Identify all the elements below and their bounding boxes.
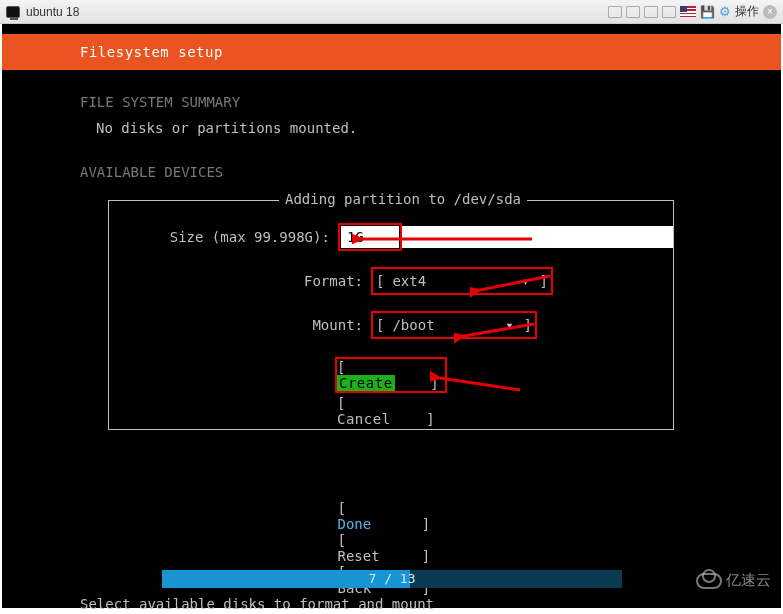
- vm-action-label[interactable]: 操作: [735, 3, 759, 20]
- chevron-down-icon: ▾: [505, 317, 521, 333]
- installer-header: Filesystem setup: [2, 34, 781, 70]
- window-control-icon-4[interactable]: [662, 6, 676, 18]
- mount-dropdown[interactable]: [ /boot ▾ ]: [374, 314, 534, 336]
- disk-icon[interactable]: 💾: [700, 5, 715, 19]
- flag-icon[interactable]: [680, 6, 696, 17]
- installer-screen: Filesystem setup FILE SYSTEM SUMMARY No …: [2, 24, 781, 608]
- close-icon[interactable]: ×: [763, 5, 777, 19]
- chevron-down-icon: ▾: [521, 273, 537, 289]
- progress-bar: 7 / 13: [162, 570, 622, 588]
- mount-value: /boot: [386, 317, 505, 333]
- installer-title: Filesystem setup: [80, 44, 223, 60]
- vm-title: ubuntu 18: [26, 5, 79, 19]
- format-label: Format:: [109, 273, 371, 289]
- format-value: ext4: [386, 273, 521, 289]
- window-control-icon-1[interactable]: [608, 6, 622, 18]
- mount-label: Mount:: [109, 317, 371, 333]
- watermark: 亿速云: [696, 571, 771, 590]
- size-input-extension[interactable]: [402, 226, 673, 248]
- dialog-title: Adding partition to /dev/sda: [279, 191, 527, 207]
- format-dropdown[interactable]: [ ext4 ▾ ]: [374, 270, 550, 292]
- window-control-icon-2[interactable]: [626, 6, 640, 18]
- reset-button[interactable]: [ Reset_____]: [338, 532, 446, 564]
- devices-heading: AVAILABLE DEVICES: [80, 164, 781, 180]
- monitor-icon: [6, 6, 20, 18]
- add-partition-dialog: Adding partition to /dev/sda Size (max 9…: [108, 200, 674, 430]
- summary-heading: FILE SYSTEM SUMMARY: [80, 94, 781, 110]
- hint-text: Select available disks to format and mou…: [80, 596, 434, 612]
- progress-text: 7 / 13: [162, 570, 622, 588]
- vm-titlebar: ubuntu 18 💾 ⚙ 操作 ×: [0, 0, 783, 24]
- summary-body: No disks or partitions mounted.: [96, 120, 781, 136]
- gear-icon[interactable]: ⚙: [719, 4, 731, 19]
- done-button[interactable]: [ Done______]: [338, 500, 446, 532]
- cloud-icon: [696, 573, 722, 589]
- size-label: Size (max 99.998G):: [109, 229, 338, 245]
- cancel-button[interactable]: [ Cancel____]: [337, 395, 445, 427]
- size-input[interactable]: [341, 226, 399, 248]
- window-control-icon-3[interactable]: [644, 6, 658, 18]
- create-button[interactable]: [ Create____]: [337, 359, 445, 391]
